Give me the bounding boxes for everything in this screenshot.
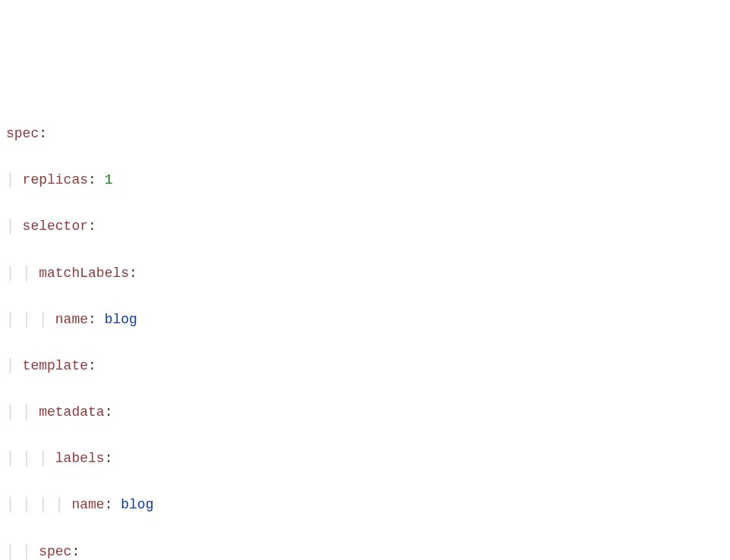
yaml-value: blog	[105, 312, 137, 327]
code-line: │ │ spec:	[6, 540, 730, 560]
yaml-key: spec	[39, 544, 71, 559]
yaml-key: template	[23, 358, 88, 373]
yaml-value: blog	[121, 497, 153, 512]
yaml-key: metadata	[39, 404, 104, 420]
yaml-code-block: spec: │ replicas: 1 │ selector: │ │ matc…	[6, 99, 730, 560]
yaml-key: replicas	[23, 172, 88, 187]
code-line: │ │ │ name: blog	[6, 308, 730, 332]
yaml-key: selector	[23, 219, 88, 234]
code-line: │ │ metadata:	[6, 401, 730, 424]
yaml-key: spec	[6, 126, 39, 141]
code-line: │ selector:	[6, 215, 730, 238]
yaml-key: matchLabels	[39, 266, 129, 281]
code-line: │ │ │ labels:	[6, 447, 730, 470]
yaml-key: name	[71, 497, 104, 512]
code-line: spec:	[6, 122, 730, 146]
code-line: │ │ matchLabels:	[6, 262, 730, 285]
yaml-key: name	[55, 312, 88, 327]
code-line: │ replicas: 1	[6, 168, 730, 192]
code-line: │ │ │ │ name: blog	[6, 493, 730, 517]
code-line: │ template:	[6, 354, 730, 378]
yaml-value: 1	[105, 172, 113, 187]
yaml-key: labels	[55, 451, 105, 466]
